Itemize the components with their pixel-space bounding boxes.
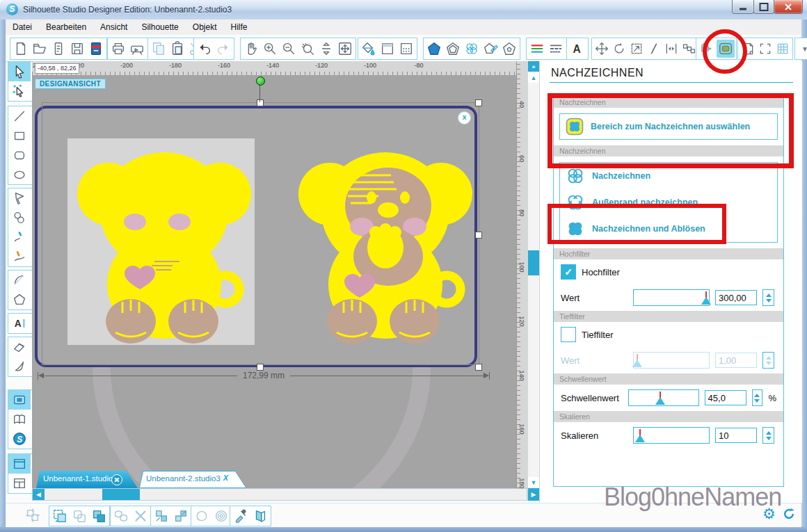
design-view-button[interactable] xyxy=(8,390,31,410)
skalieren-slider[interactable] xyxy=(633,427,710,444)
line-style-button[interactable] xyxy=(547,40,565,58)
page-setup-button[interactable] xyxy=(378,40,397,58)
ellipse-tool[interactable] xyxy=(8,165,31,184)
menu-bearbeiten[interactable]: Bearbeiten xyxy=(39,21,93,33)
edit-points-tool[interactable] xyxy=(8,81,31,101)
zoom-out-button[interactable] xyxy=(280,40,298,58)
send-backward-button[interactable] xyxy=(172,507,190,525)
bring-forward-button[interactable] xyxy=(152,507,170,525)
move-button[interactable] xyxy=(593,40,610,58)
minimize-button[interactable] xyxy=(732,0,754,14)
tab-unbenannt-1[interactable]: Unbenannt-1.studio3 xyxy=(36,471,138,488)
scale-button[interactable] xyxy=(628,40,645,58)
replicate-button[interactable] xyxy=(680,40,697,58)
selection-handle-top-right[interactable] xyxy=(475,99,482,106)
fill-pattern-button[interactable] xyxy=(463,40,481,58)
horizontal-scrollbar[interactable]: ◀ xyxy=(32,488,527,501)
hochfilter-wert-spinner[interactable] xyxy=(762,289,774,306)
menu-objekt[interactable]: Objekt xyxy=(186,21,224,33)
schwellenwert-slider[interactable] xyxy=(628,389,699,406)
horizontal-scroll-thumb[interactable] xyxy=(102,489,140,500)
refresh-icon[interactable] xyxy=(782,507,796,521)
hochfilter-wert-input[interactable] xyxy=(715,290,757,305)
line-color-button[interactable] xyxy=(528,40,546,58)
tab-unbenannt-2[interactable]: Unbenannt-2.studio3 X xyxy=(139,471,246,488)
knife-tool[interactable] xyxy=(8,357,31,376)
select-tool[interactable] xyxy=(8,62,31,81)
print-button[interactable] xyxy=(109,40,127,58)
menu-datei[interactable]: Datei xyxy=(6,21,39,33)
flip-3d-button[interactable] xyxy=(251,507,269,525)
hochfilter-wert-slider[interactable] xyxy=(633,289,710,306)
new-document-button[interactable] xyxy=(12,40,30,58)
align-button[interactable] xyxy=(663,40,680,58)
compound-path-button[interactable] xyxy=(112,507,130,525)
arc-tool[interactable] xyxy=(8,271,31,290)
send-to-silhouette-button[interactable] xyxy=(128,40,146,58)
registration-marks-button[interactable] xyxy=(757,40,774,58)
text-tool[interactable]: A xyxy=(8,314,31,333)
shear-button[interactable] xyxy=(646,40,662,58)
pixscape-button[interactable] xyxy=(740,40,756,58)
fill-solid-button[interactable] xyxy=(425,40,443,58)
selection-handle-right-middle[interactable] xyxy=(475,232,482,239)
skalieren-spinner[interactable] xyxy=(762,427,774,444)
scroll-up-button[interactable]: ▲ xyxy=(528,72,539,83)
weld-button[interactable] xyxy=(24,506,42,524)
vertical-scrollbar[interactable]: » ▲ ▼ ▶ xyxy=(527,61,539,501)
store-button[interactable]: S xyxy=(8,429,31,449)
text-style-button[interactable]: A xyxy=(568,40,586,58)
selection-handle-top-center[interactable] xyxy=(257,99,264,106)
panel-expand-button[interactable]: » xyxy=(528,61,539,72)
regular-polygon-tool[interactable] xyxy=(8,290,31,309)
split-view-button[interactable] xyxy=(8,474,31,493)
menu-ansicht[interactable]: Ansicht xyxy=(93,21,134,33)
sketch-pentagon-button[interactable] xyxy=(481,40,500,58)
freehand-tool[interactable] xyxy=(8,227,31,247)
fill-color-button[interactable] xyxy=(360,40,378,58)
redo-button[interactable] xyxy=(214,40,232,58)
maximize-button[interactable] xyxy=(753,0,774,14)
pixel-grid-button[interactable] xyxy=(397,40,415,58)
skalieren-input[interactable] xyxy=(715,428,757,443)
single-view-button[interactable] xyxy=(8,454,31,474)
zoom-selection-button[interactable] xyxy=(298,40,317,58)
toolbar-overflow-button[interactable]: ▼ xyxy=(797,40,807,58)
tab-close-icon[interactable] xyxy=(111,474,122,485)
open-recent-button[interactable] xyxy=(49,40,67,58)
eraser-tool[interactable] xyxy=(8,337,31,357)
rectangle-tool[interactable] xyxy=(8,126,31,145)
line-pentagon-button[interactable] xyxy=(500,40,518,58)
internal-offset-button[interactable] xyxy=(212,507,230,525)
eyedropper-button[interactable] xyxy=(232,507,250,525)
trace-button[interactable] xyxy=(717,40,735,58)
design-canvas[interactable]: x DESIGNANSICHT 172,99 mm Unbenannt-1.st… xyxy=(32,75,516,488)
shadow-button[interactable] xyxy=(698,40,716,58)
copy-button[interactable] xyxy=(150,40,168,58)
grid-button[interactable] xyxy=(774,40,791,58)
library-button[interactable] xyxy=(8,410,31,429)
line-tool[interactable] xyxy=(8,106,31,126)
merge-button[interactable] xyxy=(90,507,108,525)
vertical-scroll-thumb[interactable] xyxy=(528,250,539,275)
menu-hilfe[interactable]: Hilfe xyxy=(223,21,254,33)
trace-outer-edge-option[interactable]: Außenrand nachzeichnen xyxy=(560,189,777,216)
undo-button[interactable] xyxy=(195,40,214,58)
polygon-tool[interactable] xyxy=(8,188,31,208)
save-button[interactable] xyxy=(68,40,86,58)
zoom-drag-button[interactable] xyxy=(317,40,335,58)
offset-button[interactable] xyxy=(193,507,211,525)
fit-to-page-button[interactable] xyxy=(336,40,354,58)
selection-close-badge[interactable]: x xyxy=(458,111,471,124)
rounded-rectangle-tool[interactable] xyxy=(8,145,31,165)
select-all-button[interactable] xyxy=(51,507,69,525)
paste-button[interactable] xyxy=(168,40,186,58)
scroll-left-button[interactable]: ◀ xyxy=(33,489,45,500)
close-button[interactable] xyxy=(774,0,803,14)
select-trace-area-button[interactable]: Bereich zum Nachzeichnen auswählen xyxy=(559,113,778,140)
pan-button[interactable] xyxy=(242,40,260,58)
rotation-handle[interactable] xyxy=(256,76,265,86)
schwellenwert-input[interactable] xyxy=(705,390,746,405)
duplicate-button[interactable] xyxy=(70,507,88,525)
smooth-freehand-tool[interactable] xyxy=(8,247,31,266)
